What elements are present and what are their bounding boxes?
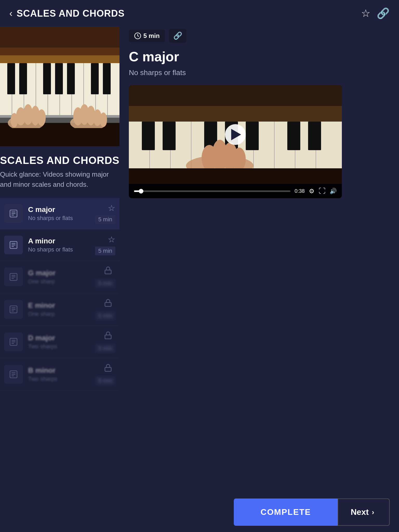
lesson-name-a-minor: A minor	[28, 237, 95, 245]
play-button[interactable]	[225, 124, 246, 145]
svg-rect-48	[105, 270, 111, 274]
share-link-icon[interactable]: 🔗	[377, 7, 390, 19]
lesson-duration-g-major: 5 min	[95, 279, 115, 288]
lesson-item-d-major: D majorTwo sharps5 min	[0, 326, 119, 358]
next-button[interactable]: Next ›	[338, 498, 390, 526]
svg-rect-63	[105, 368, 111, 371]
lock-icon-d-major	[104, 331, 112, 342]
lock-icon-b-minor	[104, 363, 112, 374]
hero-image	[0, 27, 119, 146]
lesson-desc-d-major: Two sharps	[28, 343, 95, 350]
bottom-action-bar: COMPLETE Next ›	[119, 492, 399, 532]
settings-icon[interactable]: ⚙	[309, 188, 315, 195]
video-player: 0:38 ⚙ ⛶ 🔊	[129, 85, 342, 198]
svg-rect-58	[105, 335, 111, 339]
video-thumbnail[interactable]	[129, 85, 342, 184]
svg-rect-53	[105, 303, 111, 307]
header-title: SCALES AND CHORDS	[17, 8, 125, 19]
volume-icon[interactable]: 🔊	[330, 188, 337, 195]
progress-dot	[139, 189, 143, 194]
header-left: ‹ SCALES AND CHORDS	[9, 8, 125, 19]
favorite-icon-a-minor[interactable]: ☆	[108, 235, 115, 244]
svg-rect-67	[129, 106, 342, 122]
lesson-right-a-minor: ☆5 min	[95, 235, 115, 255]
svg-rect-16	[43, 63, 51, 94]
lesson-duration-a-minor: 5 min	[95, 247, 115, 255]
duration-badge: 5 min	[129, 30, 165, 42]
duration-text: 5 min	[143, 32, 160, 39]
video-controls: 0:38 ⚙ ⛶ 🔊	[129, 184, 342, 198]
lesson-info-c-major: C majorNo sharps or flats	[28, 205, 95, 222]
lesson-name-b-minor: B minor	[28, 366, 95, 375]
lesson-item-e-minor: E minorOne sharp5 min	[0, 293, 119, 326]
right-panel: 5 min 🔗 C major No sharps or flats	[119, 27, 399, 391]
svg-rect-35	[0, 128, 119, 146]
lesson-item-c-major[interactable]: C majorNo sharps or flats☆5 min	[0, 198, 119, 229]
lesson-name-d-major: D major	[28, 334, 95, 342]
course-subtitle: Quick glance: Videos showing major and m…	[0, 169, 119, 190]
lesson-desc-a-minor: No sharps or flats	[28, 246, 95, 253]
lesson-info-e-minor: E minorOne sharp	[28, 301, 95, 317]
lesson-duration-d-major: 5 min	[95, 344, 115, 353]
lesson-desc-e-minor: One sharp	[28, 311, 95, 317]
clock-icon	[134, 32, 141, 39]
lesson-duration-c-major: 5 min	[95, 215, 115, 224]
favorite-icon-c-major[interactable]: ☆	[108, 203, 115, 213]
lesson-desc-c-major: No sharps or flats	[28, 215, 95, 222]
svg-rect-1	[0, 27, 119, 48]
svg-rect-78	[142, 122, 155, 150]
video-time: 0:38	[295, 188, 305, 194]
course-title: SCALES AND CHORDS	[0, 155, 119, 166]
lesson-list: C majorNo sharps or flats☆5 minA minorNo…	[0, 198, 119, 391]
lesson-item-b-minor: B minorTwo sharps5 min	[0, 358, 119, 391]
lesson-name-e-minor: E minor	[28, 301, 95, 310]
svg-rect-14	[7, 63, 15, 94]
lesson-right-c-major: ☆5 min	[95, 203, 115, 224]
header-icons: ☆ 🔗	[361, 7, 390, 19]
lesson-item-a-minor[interactable]: A minorNo sharps or flats☆5 min	[0, 229, 119, 261]
video-progress-bar[interactable]	[134, 190, 290, 192]
lesson-icon-b-minor	[4, 365, 23, 384]
lesson-info-g-major: G majorOne sharp	[28, 269, 95, 285]
left-panel: SCALES AND CHORDS Quick glance: Videos s…	[0, 27, 119, 391]
lock-icon-g-major	[104, 266, 112, 277]
lesson-detail-desc: No sharps or flats	[129, 69, 390, 77]
svg-rect-2	[0, 48, 119, 55]
detail-link-icon[interactable]: 🔗	[169, 29, 187, 43]
lesson-right-e-minor: 5 min	[95, 298, 115, 320]
course-info-section: SCALES AND CHORDS Quick glance: Videos s…	[0, 146, 119, 190]
svg-rect-17	[55, 63, 63, 94]
lesson-name-c-major: C major	[28, 205, 95, 214]
header: ‹ SCALES AND CHORDS ☆ 🔗	[0, 0, 399, 27]
lesson-name-g-major: G major	[28, 269, 95, 277]
svg-rect-84	[308, 122, 321, 150]
next-label: Next	[351, 507, 369, 517]
svg-rect-3	[0, 55, 119, 63]
svg-rect-15	[19, 63, 27, 94]
play-triangle-icon	[231, 129, 241, 140]
lesson-desc-b-minor: Two sharps	[28, 376, 95, 382]
main-layout: SCALES AND CHORDS Quick glance: Videos s…	[0, 27, 399, 391]
lesson-desc-g-major: One sharp	[28, 278, 95, 285]
svg-point-27	[37, 109, 46, 126]
lesson-icon-e-minor	[4, 300, 23, 319]
lesson-icon-d-major	[4, 332, 23, 351]
fullscreen-icon[interactable]: ⛶	[319, 187, 325, 195]
bookmark-icon[interactable]: ☆	[361, 7, 370, 19]
svg-point-34	[100, 112, 107, 127]
lesson-icon-c-major	[4, 204, 23, 223]
svg-point-28	[11, 113, 18, 128]
lesson-duration-e-minor: 5 min	[95, 311, 115, 320]
svg-rect-82	[246, 122, 259, 150]
svg-rect-20	[103, 63, 111, 94]
svg-point-89	[233, 148, 246, 171]
svg-rect-18	[67, 63, 75, 94]
lesson-info-a-minor: A minorNo sharps or flats	[28, 237, 95, 253]
lesson-detail-title: C major	[129, 49, 390, 64]
complete-button[interactable]: COMPLETE	[234, 498, 338, 526]
svg-rect-66	[129, 85, 342, 106]
lesson-duration-b-minor: 5 min	[95, 376, 115, 385]
back-button[interactable]: ‹	[9, 8, 12, 19]
svg-rect-79	[163, 122, 176, 150]
lesson-meta: 5 min 🔗	[129, 29, 390, 43]
